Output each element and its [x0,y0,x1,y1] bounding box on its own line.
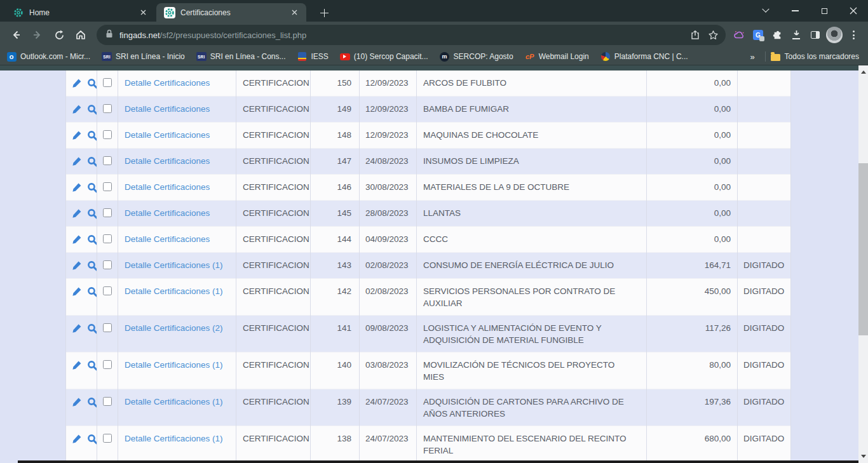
edit-pencil-icon[interactable] [72,397,83,408]
date-cell: 30/08/2023 [360,175,417,201]
row-checkbox[interactable] [103,130,112,139]
bookmark-sri-consultas[interactable]: SRISRI en Línea - Cons... [196,51,286,62]
edit-pencil-icon[interactable] [72,156,83,167]
edit-pencil-icon[interactable] [72,360,83,371]
row-checkbox[interactable] [103,182,112,191]
window-restore-button[interactable] [810,0,839,22]
detail-certifications-link[interactable]: Detalle Certificaciones (2) [125,323,223,333]
scroll-up-arrow-icon[interactable] [861,70,866,74]
table-row: Detalle Certificaciones (2) CERTIFICACIO… [66,316,791,352]
edit-pencil-icon[interactable] [72,260,83,271]
edit-pencil-icon[interactable] [72,78,83,89]
detail-certifications-link[interactable]: Detalle Certificaciones [125,208,210,218]
scrollbar-thumb[interactable] [858,163,868,335]
bookmark-sri-inicio[interactable]: SRISRI en Línea - Inicio [102,51,185,62]
reload-button[interactable] [50,25,69,44]
row-checkbox[interactable] [103,397,112,406]
amount-cell: 80,00 [647,352,738,389]
window-minimize-button[interactable] [780,0,810,22]
detail-certifications-link[interactable]: Detalle Certificaciones [125,182,210,192]
tab-close-icon[interactable] [289,7,300,18]
detail-certifications-link[interactable]: Detalle Certificaciones [125,130,210,140]
bookmark-plataforma-cnc[interactable]: Plataforma CNC | C... [600,51,688,62]
vertical-scrollbar[interactable] [858,65,868,463]
amount-cell: 0,00 [647,97,738,123]
search-magnifier-icon[interactable] [87,208,97,219]
row-checkbox[interactable] [103,360,112,369]
description-cell: MANTENIMIENTO DEL ESCENARIO DEL RECINTO … [417,426,647,463]
detail-certifications-link[interactable]: Detalle Certificaciones [125,78,210,88]
edit-pencil-icon[interactable] [72,182,83,193]
detail-certifications-link[interactable]: Detalle Certificaciones (1) [125,260,223,270]
row-checkbox[interactable] [103,434,112,443]
home-button[interactable] [71,25,90,44]
new-tab-button[interactable] [316,5,332,20]
edit-pencil-icon[interactable] [72,286,83,297]
bookmark-webmail[interactable]: cPWebmail Login [525,51,589,62]
tab-close-icon[interactable] [138,7,149,18]
search-magnifier-icon[interactable] [87,130,97,141]
description-cell: SERVICIOS PERSONALES POR CONTRATO DE AUX… [417,279,647,316]
search-magnifier-icon[interactable] [87,286,97,297]
window-menu-chevron-icon[interactable] [751,0,780,22]
side-panel-icon[interactable] [806,25,825,44]
edit-pencil-icon[interactable] [72,434,83,445]
search-magnifier-icon[interactable] [87,104,97,115]
search-magnifier-icon[interactable] [87,323,97,334]
status-cell: DIGITADO [738,316,791,352]
detail-certifications-link[interactable]: Detalle Certificaciones [125,156,210,166]
row-checkbox[interactable] [103,323,112,332]
cloud-extension-icon[interactable] [729,25,749,44]
edit-pencil-icon[interactable] [72,104,83,115]
row-checkbox[interactable] [103,104,112,113]
detail-certifications-link[interactable]: Detalle Certificaciones [125,104,210,114]
forward-button[interactable] [28,25,47,44]
row-checkbox[interactable] [103,286,112,295]
edit-pencil-icon[interactable] [72,323,83,334]
row-checkbox[interactable] [103,260,112,269]
scroll-down-arrow-icon[interactable] [861,455,866,458]
tab-home[interactable]: Home [5,3,155,22]
row-checkbox[interactable] [103,234,112,243]
window-close-button[interactable] [839,0,868,22]
status-cell: DIGITADO [738,352,791,389]
search-magnifier-icon[interactable] [87,360,97,371]
row-checkbox[interactable] [103,78,112,87]
search-magnifier-icon[interactable] [87,397,97,408]
profile-avatar[interactable] [825,25,844,44]
search-magnifier-icon[interactable] [87,260,97,271]
bookmark-star-icon[interactable] [704,26,722,44]
address-bar[interactable]: fingads.net/sf2/presupuesto/certificacio… [97,25,726,45]
number-cell: 140 [311,352,360,389]
bookmark-sercop-capacit[interactable]: (10) Sercop Capacit... [340,51,428,62]
detail-certifications-link[interactable]: Detalle Certificaciones (1) [125,397,223,406]
extensions-puzzle-icon[interactable] [768,25,787,44]
edit-pencil-icon[interactable] [72,208,83,219]
share-icon[interactable] [686,26,704,44]
row-checkbox[interactable] [103,208,112,217]
edit-pencil-icon[interactable] [72,234,83,245]
description-cell: MAQUINAS DE CHOCOLATE [417,123,647,149]
row-checkbox[interactable] [103,156,112,165]
bookmarks-overflow-chevron[interactable]: » [745,52,759,62]
detail-certifications-link[interactable]: Detalle Certificaciones (1) [125,286,223,296]
back-button[interactable] [6,25,25,44]
bookmark-outlook[interactable]: oOutlook.com - Micr... [6,51,90,62]
all-bookmarks-folder[interactable]: Todos los marcadores [771,51,859,62]
amount-cell: 197,36 [647,389,738,426]
tab-certificaciones[interactable]: Certificaciones [156,3,306,22]
edit-pencil-icon[interactable] [72,130,83,141]
detail-certifications-link[interactable]: Detalle Certificaciones (1) [125,434,223,443]
search-magnifier-icon[interactable] [87,182,97,193]
detail-certifications-link[interactable]: Detalle Certificaciones [125,234,210,244]
downloads-icon[interactable] [787,25,806,44]
search-magnifier-icon[interactable] [87,434,97,445]
translate-extension-icon[interactable]: G [749,25,768,44]
search-magnifier-icon[interactable] [87,234,97,245]
browser-menu-dots-icon[interactable] [844,25,863,44]
search-magnifier-icon[interactable] [87,78,97,89]
search-magnifier-icon[interactable] [87,156,97,167]
bookmark-sercop-agosto[interactable]: mSERCOP: Agosto [440,51,513,62]
bookmark-iess[interactable]: IESS [297,51,329,62]
detail-certifications-link[interactable]: Detalle Certificaciones (1) [125,360,223,370]
